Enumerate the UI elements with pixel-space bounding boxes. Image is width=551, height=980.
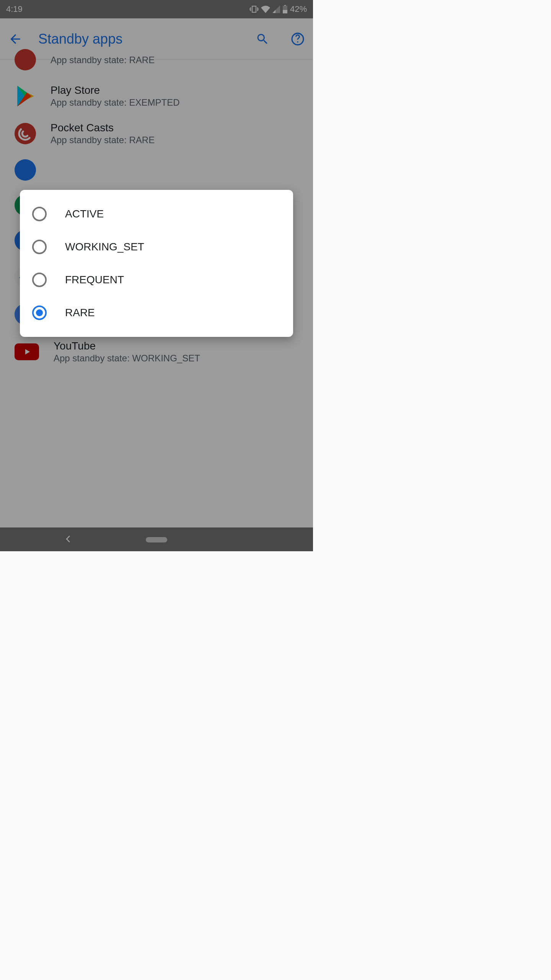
standby-state-dialog: ACTIVE WORKING_SET FREQUENT RARE	[20, 190, 293, 337]
option-active[interactable]: ACTIVE	[20, 198, 293, 230]
radio-icon	[32, 240, 47, 254]
option-label: WORKING_SET	[65, 241, 144, 253]
radio-icon	[32, 273, 47, 287]
option-label: RARE	[65, 307, 95, 319]
radio-icon-selected	[32, 305, 47, 320]
option-frequent[interactable]: FREQUENT	[20, 263, 293, 296]
radio-icon	[32, 207, 47, 221]
option-rare[interactable]: RARE	[20, 296, 293, 329]
option-label: FREQUENT	[65, 274, 124, 286]
option-label: ACTIVE	[65, 208, 104, 220]
option-working-set[interactable]: WORKING_SET	[20, 230, 293, 263]
